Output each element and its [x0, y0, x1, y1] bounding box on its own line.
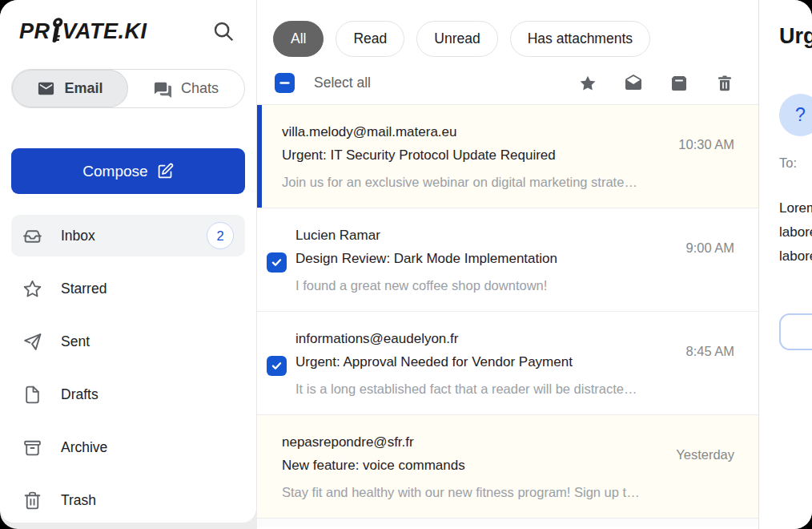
sidebar-item-trash[interactable]: Trash — [11, 479, 245, 521]
email-row[interactable]: nepasrepondre@sfr.fr New feature: voice … — [257, 415, 758, 519]
brand-text-pre: PR — [19, 19, 50, 44]
email-preview: Join us for an exclusive webinar on digi… — [282, 170, 736, 194]
reading-pane-title: Urgent: IT Security Protocol Update Requ… — [779, 24, 812, 49]
sidebar-item-sent[interactable]: Sent — [11, 321, 245, 362]
filter-chip-read[interactable]: Read — [336, 21, 404, 57]
sidebar-header: PR VATE.KI — [11, 16, 245, 45]
email-body-line: Lorem — [779, 196, 812, 220]
select-all-label: Select all — [314, 75, 371, 91]
email-row-partial — [257, 519, 758, 527]
sidebar-item-drafts[interactable]: Drafts — [11, 374, 245, 415]
sidebar-item-inbox[interactable]: Inbox 2 — [11, 215, 245, 256]
email-sender: nepasrepondre@sfr.fr — [282, 430, 662, 454]
sidebar-item-label: Drafts — [61, 386, 98, 403]
edit-icon — [157, 163, 174, 180]
sidebar-item-label: Starred — [61, 281, 107, 297]
email-rows: villa.melody@mail.matera.eu Urgent: IT S… — [257, 104, 758, 529]
email-body-line: labore — [779, 220, 812, 244]
reply-input[interactable] — [779, 313, 812, 350]
filter-chip-unread[interactable]: Unread — [416, 21, 497, 57]
archive-icon — [22, 438, 42, 458]
sidebar-item-label: Inbox — [61, 228, 95, 244]
email-time: 8:45 AM — [685, 344, 734, 359]
star-icon — [22, 279, 42, 299]
email-checkbox[interactable] — [267, 252, 287, 273]
unread-count-badge: 2 — [207, 222, 234, 249]
trash-icon — [22, 491, 42, 511]
compose-button-label: Compose — [82, 163, 147, 180]
toggle-email[interactable]: Email — [12, 70, 128, 107]
email-subject: Urgent: Approval Needed for Vendor Payme… — [295, 350, 662, 374]
chat-icon — [154, 79, 172, 98]
email-chats-toggle: Email Chats — [11, 69, 245, 108]
email-preview: Stay fit and healthy with our new fitnes… — [282, 480, 736, 504]
delete-selected-button[interactable] — [715, 74, 734, 93]
app-window: PR VATE.KI Email — [0, 0, 812, 529]
search-button[interactable] — [210, 18, 237, 45]
email-sender: Lucien Ramar — [295, 224, 662, 247]
email-subject: Urgent: IT Security Protocol Update Requ… — [282, 143, 662, 167]
inbox-icon — [22, 226, 42, 246]
email-body-line: labore — [779, 244, 812, 269]
email-row[interactable]: informations@eaudelyon.fr Urgent: Approv… — [257, 312, 758, 415]
trash-filled-icon — [715, 74, 734, 93]
toggle-email-label: Email — [64, 80, 103, 97]
email-subject: New feature: voice commands — [282, 454, 662, 477]
search-icon — [211, 19, 235, 43]
filter-chips: All Read Unread Has attachments — [257, 0, 758, 73]
filter-chip-all[interactable]: All — [273, 21, 324, 57]
email-sender: villa.melody@mail.matera.eu — [282, 120, 662, 143]
email-list-panel: All Read Unread Has attachments Select a… — [257, 0, 759, 529]
brand-logo: PR VATE.KI — [19, 18, 147, 45]
sidebar-item-label: Trash — [61, 492, 96, 509]
toggle-chats-label: Chats — [181, 80, 219, 97]
email-time: 10:30 AM — [678, 137, 734, 152]
compose-button[interactable]: Compose — [11, 148, 245, 194]
question-mark: ? — [795, 104, 806, 126]
sender-avatar: ? — [779, 94, 812, 136]
email-preview: It is a long established fact that a rea… — [295, 377, 736, 401]
sidebar: PR VATE.KI Email — [0, 0, 257, 523]
email-time: Yesterday — [676, 447, 734, 462]
email-sender: informations@eaudelyon.fr — [295, 327, 662, 350]
file-icon — [22, 385, 42, 405]
bulk-actions — [578, 74, 734, 93]
sidebar-item-starred[interactable]: Starred — [11, 268, 245, 309]
email-row[interactable]: Lucien Ramar Design Review: Dark Mode Im… — [257, 208, 758, 312]
toggle-chats[interactable]: Chats — [128, 70, 244, 107]
archive-filled-icon — [669, 74, 689, 93]
envelope-icon — [37, 79, 55, 98]
email-body: Lorem labore labore — [779, 196, 812, 269]
bulk-action-bar: Select all — [257, 73, 758, 104]
reading-pane: Urgent: IT Security Protocol Update Requ… — [759, 0, 812, 529]
sidebar-item-archive[interactable]: Archive — [11, 426, 245, 468]
mail-open-icon — [624, 74, 643, 93]
email-time: 9:00 AM — [685, 240, 734, 256]
sidebar-nav: Inbox 2 Starred Sent Drafts — [11, 215, 245, 521]
filter-chip-has-attachments[interactable]: Has attachments — [510, 21, 650, 57]
email-preview: I found a great new coffee shop downtown… — [295, 273, 736, 297]
send-icon — [22, 332, 42, 352]
archive-selected-button[interactable] — [669, 74, 689, 93]
select-all-checkbox[interactable] — [275, 73, 295, 93]
mark-read-button[interactable] — [624, 74, 643, 93]
brand-text-post: VATE.KI — [62, 19, 147, 44]
sidebar-item-label: Archive — [61, 439, 107, 456]
star-filled-icon — [578, 74, 597, 93]
sidebar-item-label: Sent — [61, 333, 90, 350]
star-selected-button[interactable] — [578, 74, 597, 93]
email-subject: Design Review: Dark Mode Implementation — [295, 247, 662, 270]
to-label: To: — [779, 155, 812, 171]
email-checkbox[interactable] — [267, 356, 287, 376]
email-row[interactable]: villa.melody@mail.matera.eu Urgent: IT S… — [257, 105, 758, 208]
